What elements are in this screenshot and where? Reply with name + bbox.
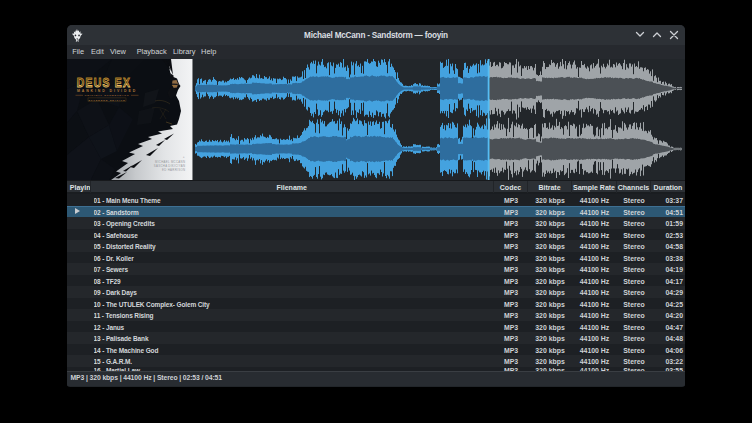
svg-text:MANKIND DIVIDED: MANKIND DIVIDED bbox=[77, 89, 137, 93]
svg-text:DEUS EX: DEUS EX bbox=[77, 76, 132, 89]
svg-text:EXTENDED EDITION: EXTENDED EDITION bbox=[88, 98, 125, 101]
svg-text:ED HARRISON: ED HARRISON bbox=[162, 168, 185, 172]
svg-text:ORIGINAL SOUNDTRACK: ORIGINAL SOUNDTRACK bbox=[85, 94, 130, 97]
svg-text:+: + bbox=[183, 155, 185, 159]
